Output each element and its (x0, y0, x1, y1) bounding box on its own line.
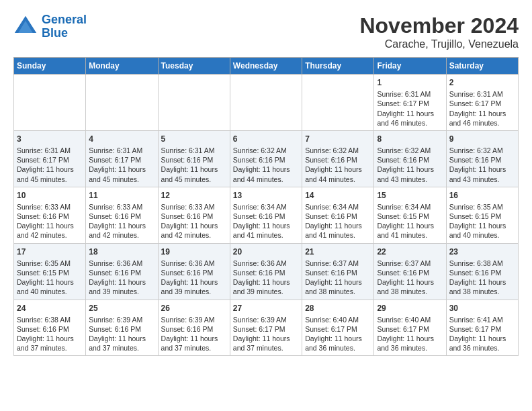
main-title: November 2024 (359, 13, 519, 38)
day-info: Sunrise: 6:41 AM Sunset: 6:17 PM Dayligh… (449, 315, 515, 353)
day-info: Sunrise: 6:33 AM Sunset: 6:16 PM Dayligh… (17, 202, 83, 240)
calendar: SundayMondayTuesdayWednesdayThursdayFrid… (13, 57, 519, 356)
calendar-week-row: 17Sunrise: 6:35 AM Sunset: 6:15 PM Dayli… (14, 243, 519, 300)
day-info: Sunrise: 6:38 AM Sunset: 6:16 PM Dayligh… (449, 259, 515, 297)
day-number: 17 (17, 246, 83, 257)
calendar-cell (302, 75, 374, 131)
day-info: Sunrise: 6:37 AM Sunset: 6:16 PM Dayligh… (305, 259, 371, 297)
calendar-cell: 19Sunrise: 6:36 AM Sunset: 6:16 PM Dayli… (158, 243, 230, 300)
day-info: Sunrise: 6:32 AM Sunset: 6:16 PM Dayligh… (449, 146, 515, 184)
day-number: 10 (17, 190, 83, 201)
calendar-cell: 21Sunrise: 6:37 AM Sunset: 6:16 PM Dayli… (302, 243, 374, 300)
day-number: 20 (233, 246, 299, 257)
day-number: 1 (377, 77, 443, 88)
day-number: 15 (377, 190, 443, 201)
weekday-header-cell: Thursday (302, 58, 374, 75)
weekday-header-row: SundayMondayTuesdayWednesdayThursdayFrid… (14, 58, 519, 75)
header: General Blue November 2024 Carache, Truj… (13, 13, 519, 50)
weekday-header-cell: Wednesday (230, 58, 302, 75)
calendar-cell: 29Sunrise: 6:40 AM Sunset: 6:17 PM Dayli… (374, 300, 446, 356)
day-number: 22 (377, 246, 443, 257)
calendar-cell: 6Sunrise: 6:32 AM Sunset: 6:16 PM Daylig… (230, 130, 302, 187)
day-number: 12 (161, 190, 227, 201)
calendar-cell: 10Sunrise: 6:33 AM Sunset: 6:16 PM Dayli… (14, 187, 86, 243)
calendar-week-row: 10Sunrise: 6:33 AM Sunset: 6:16 PM Dayli… (14, 187, 519, 243)
weekday-header-cell: Monday (86, 58, 158, 75)
calendar-cell: 15Sunrise: 6:34 AM Sunset: 6:15 PM Dayli… (374, 187, 446, 243)
day-info: Sunrise: 6:31 AM Sunset: 6:17 PM Dayligh… (449, 89, 515, 128)
calendar-cell: 24Sunrise: 6:38 AM Sunset: 6:16 PM Dayli… (14, 300, 86, 356)
day-number: 23 (449, 246, 515, 257)
title-area: November 2024 Carache, Trujillo, Venezue… (359, 13, 519, 50)
calendar-cell: 20Sunrise: 6:36 AM Sunset: 6:16 PM Dayli… (230, 243, 302, 300)
calendar-cell: 18Sunrise: 6:36 AM Sunset: 6:16 PM Dayli… (86, 243, 158, 300)
day-number: 25 (89, 303, 154, 314)
calendar-cell: 27Sunrise: 6:39 AM Sunset: 6:17 PM Dayli… (230, 300, 302, 356)
day-number: 8 (377, 134, 443, 144)
day-number: 18 (89, 246, 154, 257)
calendar-cell: 7Sunrise: 6:32 AM Sunset: 6:16 PM Daylig… (302, 130, 374, 187)
calendar-cell: 12Sunrise: 6:33 AM Sunset: 6:16 PM Dayli… (158, 187, 230, 243)
calendar-week-row: 3Sunrise: 6:31 AM Sunset: 6:17 PM Daylig… (14, 130, 519, 187)
day-info: Sunrise: 6:31 AM Sunset: 6:17 PM Dayligh… (89, 146, 154, 184)
day-info: Sunrise: 6:40 AM Sunset: 6:17 PM Dayligh… (377, 315, 443, 353)
day-info: Sunrise: 6:36 AM Sunset: 6:16 PM Dayligh… (161, 259, 227, 297)
day-number: 2 (449, 77, 515, 88)
subtitle: Carache, Trujillo, Venezuela (359, 38, 519, 50)
calendar-cell: 13Sunrise: 6:34 AM Sunset: 6:16 PM Dayli… (230, 187, 302, 243)
calendar-cell: 25Sunrise: 6:39 AM Sunset: 6:16 PM Dayli… (86, 300, 158, 356)
day-info: Sunrise: 6:32 AM Sunset: 6:16 PM Dayligh… (377, 146, 443, 184)
day-info: Sunrise: 6:34 AM Sunset: 6:16 PM Dayligh… (305, 202, 371, 240)
calendar-cell (86, 75, 158, 131)
logo-icon (13, 15, 38, 39)
day-number: 7 (305, 134, 371, 144)
calendar-cell: 3Sunrise: 6:31 AM Sunset: 6:17 PM Daylig… (14, 130, 86, 187)
day-number: 3 (17, 134, 83, 144)
day-number: 29 (377, 303, 443, 314)
day-number: 27 (233, 303, 299, 314)
day-info: Sunrise: 6:33 AM Sunset: 6:16 PM Dayligh… (161, 202, 227, 240)
calendar-cell: 23Sunrise: 6:38 AM Sunset: 6:16 PM Dayli… (446, 243, 518, 300)
day-number: 5 (161, 134, 227, 144)
logo-line2: Blue (42, 26, 68, 40)
weekday-header-cell: Friday (374, 58, 446, 75)
day-number: 19 (161, 246, 227, 257)
calendar-cell (230, 75, 302, 131)
day-number: 16 (449, 190, 515, 201)
day-info: Sunrise: 6:33 AM Sunset: 6:16 PM Dayligh… (89, 202, 154, 240)
calendar-cell: 5Sunrise: 6:31 AM Sunset: 6:16 PM Daylig… (158, 130, 230, 187)
logo-text: General Blue (42, 13, 87, 40)
day-info: Sunrise: 6:37 AM Sunset: 6:16 PM Dayligh… (377, 259, 443, 297)
calendar-cell: 9Sunrise: 6:32 AM Sunset: 6:16 PM Daylig… (446, 130, 518, 187)
day-info: Sunrise: 6:39 AM Sunset: 6:17 PM Dayligh… (233, 315, 299, 353)
day-info: Sunrise: 6:31 AM Sunset: 6:16 PM Dayligh… (161, 146, 227, 184)
day-info: Sunrise: 6:32 AM Sunset: 6:16 PM Dayligh… (233, 146, 299, 184)
calendar-cell: 14Sunrise: 6:34 AM Sunset: 6:16 PM Dayli… (302, 187, 374, 243)
calendar-week-row: 24Sunrise: 6:38 AM Sunset: 6:16 PM Dayli… (14, 300, 519, 356)
day-info: Sunrise: 6:36 AM Sunset: 6:16 PM Dayligh… (233, 259, 299, 297)
day-number: 24 (17, 303, 83, 314)
calendar-body: 1Sunrise: 6:31 AM Sunset: 6:17 PM Daylig… (14, 75, 519, 356)
day-number: 14 (305, 190, 371, 201)
day-info: Sunrise: 6:35 AM Sunset: 6:15 PM Dayligh… (449, 202, 515, 240)
calendar-cell: 16Sunrise: 6:35 AM Sunset: 6:15 PM Dayli… (446, 187, 518, 243)
calendar-cell: 2Sunrise: 6:31 AM Sunset: 6:17 PM Daylig… (446, 75, 518, 131)
calendar-cell: 22Sunrise: 6:37 AM Sunset: 6:16 PM Dayli… (374, 243, 446, 300)
day-info: Sunrise: 6:38 AM Sunset: 6:16 PM Dayligh… (17, 315, 83, 353)
calendar-cell: 4Sunrise: 6:31 AM Sunset: 6:17 PM Daylig… (86, 130, 158, 187)
calendar-cell (14, 75, 86, 131)
logo: General Blue (13, 13, 87, 40)
calendar-cell: 26Sunrise: 6:39 AM Sunset: 6:16 PM Dayli… (158, 300, 230, 356)
day-info: Sunrise: 6:34 AM Sunset: 6:16 PM Dayligh… (233, 202, 299, 240)
day-info: Sunrise: 6:35 AM Sunset: 6:15 PM Dayligh… (17, 259, 83, 297)
weekday-header-cell: Sunday (14, 58, 86, 75)
calendar-cell: 17Sunrise: 6:35 AM Sunset: 6:15 PM Dayli… (14, 243, 86, 300)
day-number: 21 (305, 246, 371, 257)
calendar-cell: 11Sunrise: 6:33 AM Sunset: 6:16 PM Dayli… (86, 187, 158, 243)
day-info: Sunrise: 6:40 AM Sunset: 6:17 PM Dayligh… (305, 315, 371, 353)
logo-line1: General (42, 13, 87, 26)
day-info: Sunrise: 6:36 AM Sunset: 6:16 PM Dayligh… (89, 259, 154, 297)
day-info: Sunrise: 6:39 AM Sunset: 6:16 PM Dayligh… (161, 315, 227, 353)
day-number: 4 (89, 134, 154, 144)
day-info: Sunrise: 6:31 AM Sunset: 6:17 PM Dayligh… (377, 89, 443, 128)
